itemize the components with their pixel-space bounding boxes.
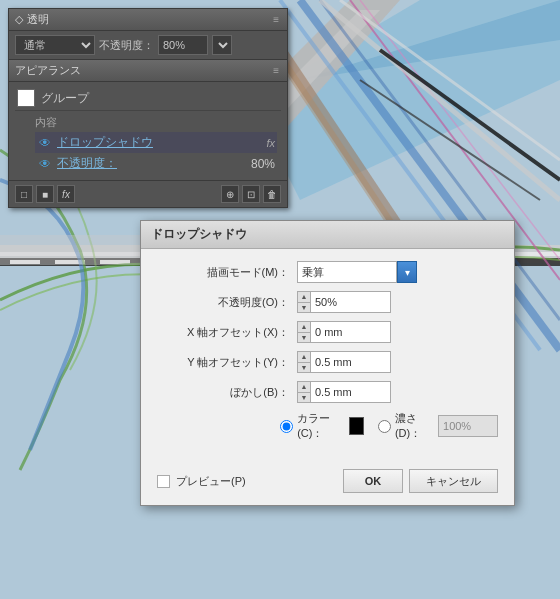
opacity-dialog-row: 不透明度(O)： ▲ ▼	[157, 291, 498, 313]
panel-controls: ≡	[271, 14, 281, 25]
fx-badge: fx	[266, 137, 275, 149]
transparency-title-text: 透明	[27, 12, 49, 27]
group-label: グループ	[41, 90, 89, 107]
appearance-menu-button[interactable]: ≡	[271, 65, 281, 76]
y-up-arrow[interactable]: ▲	[298, 352, 310, 363]
x-offset-spinner: ▲ ▼	[297, 321, 391, 343]
x-offset-row: X 軸オフセット(X)： ▲ ▼	[157, 321, 498, 343]
blur-row: ぼかし(B)： ▲ ▼	[157, 381, 498, 403]
cancel-button[interactable]: キャンセル	[409, 469, 498, 493]
dialog-title-text: ドロップシャドウ	[151, 226, 247, 243]
y-offset-spinner: ▲ ▼	[297, 351, 391, 373]
dialog-body: 描画モード(M)： ▾ 不透明度(O)： ▲ ▼ X 軸オフセット(X)：	[141, 249, 514, 461]
opacity-up-arrow[interactable]: ▲	[298, 292, 310, 303]
y-down-arrow[interactable]: ▼	[298, 363, 310, 373]
darkness-radio-label[interactable]: 濃さ(D)：	[378, 411, 430, 441]
opacity-dialog-field[interactable]	[311, 291, 391, 313]
blend-mode-select[interactable]: 通常	[15, 35, 95, 55]
transparency-panel-titlebar: ◇ 透明 ≡	[9, 9, 287, 31]
preview-label-text: プレビュー(P)	[176, 474, 246, 489]
blend-mode-row: 描画モード(M)： ▾	[157, 261, 498, 283]
ok-button[interactable]: OK	[343, 469, 403, 493]
color-controls: カラー(C)： 濃さ(D)：	[280, 411, 498, 441]
darkness-radio-text: 濃さ(D)：	[395, 411, 430, 441]
opacity-eye-icon[interactable]: 👁	[37, 157, 53, 171]
panel-footer: □ ■ fx ⊕ ⊡ 🗑	[9, 180, 287, 207]
opacity-spinner-arrows[interactable]: ▲ ▼	[297, 291, 311, 313]
blur-down-arrow[interactable]: ▼	[298, 393, 310, 403]
opacity-down-arrow[interactable]: ▼	[298, 303, 310, 313]
blend-mode-control: ▾	[297, 261, 417, 283]
blend-mode-field[interactable]	[297, 261, 397, 283]
y-offset-row: Y 軸オフセット(Y)： ▲ ▼	[157, 351, 498, 373]
drop-shadow-row: 👁 ドロップシャドウ fx	[35, 132, 277, 153]
blur-arrows[interactable]: ▲ ▼	[297, 381, 311, 403]
appearance-titlebar: アピアランス ≡	[9, 60, 287, 82]
blur-field[interactable]	[311, 381, 391, 403]
fill-button[interactable]: ■	[36, 185, 54, 203]
content-label: 内容	[35, 113, 277, 132]
blend-mode-label: 描画モード(M)：	[157, 265, 297, 280]
drop-shadow-link[interactable]: ドロップシャドウ	[57, 134, 262, 151]
color-radio-label[interactable]: カラー(C)：	[280, 411, 341, 441]
diamond-icon: ◇	[15, 13, 23, 26]
color-radio-btn[interactable]	[280, 420, 293, 433]
x-offset-arrows[interactable]: ▲ ▼	[297, 321, 311, 343]
opacity-appearance-value: 80%	[251, 157, 275, 171]
appearance-section: アピアランス ≡ グループ 内容 👁 ドロップシャドウ fx 👁	[9, 59, 287, 207]
add-effect-button[interactable]: ⊕	[221, 185, 239, 203]
blur-up-arrow[interactable]: ▲	[298, 382, 310, 393]
group-row: グループ	[15, 86, 281, 111]
opacity-spinner: ▲ ▼	[297, 291, 391, 313]
duplicate-button[interactable]: ⊡	[242, 185, 260, 203]
appearance-title-text: アピアランス	[15, 63, 81, 78]
eye-icon[interactable]: 👁	[37, 136, 53, 150]
new-layer-button[interactable]: □	[15, 185, 33, 203]
darkness-radio-btn[interactable]	[378, 420, 391, 433]
opacity-dropdown[interactable]: ▾	[212, 35, 232, 55]
appearance-content: グループ 内容 👁 ドロップシャドウ fx 👁 不透明度： 80%	[9, 82, 287, 180]
y-offset-arrows[interactable]: ▲ ▼	[297, 351, 311, 373]
drop-shadow-dialog: ドロップシャドウ 描画モード(M)： ▾ 不透明度(O)： ▲ ▼ X 軸オフセ…	[140, 220, 515, 506]
blur-spinner: ▲ ▼	[297, 381, 391, 403]
transparency-controls-row: 通常 不透明度： ▾	[9, 31, 287, 59]
opacity-label: 不透明度：	[99, 38, 154, 53]
transparency-panel-title: ◇ 透明	[15, 12, 49, 27]
transparency-panel: ◇ 透明 ≡ 通常 不透明度： ▾ アピアランス ≡ グループ	[8, 8, 288, 208]
dialog-titlebar: ドロップシャドウ	[141, 221, 514, 249]
dialog-footer: プレビュー(P) OK キャンセル	[141, 461, 514, 505]
preview-checkbox[interactable]	[157, 475, 170, 488]
y-offset-field[interactable]	[311, 351, 391, 373]
opacity-appearance-label[interactable]: 不透明度：	[57, 155, 247, 172]
fx-button[interactable]: fx	[57, 185, 75, 203]
opacity-input[interactable]	[158, 35, 208, 55]
delete-button[interactable]: 🗑	[263, 185, 281, 203]
panel-menu-button[interactable]: ≡	[271, 14, 281, 25]
group-color-swatch	[17, 89, 35, 107]
opacity-dialog-label: 不透明度(O)：	[157, 295, 297, 310]
x-offset-label: X 軸オフセット(X)：	[157, 325, 297, 340]
inner-content: 内容 👁 ドロップシャドウ fx 👁 不透明度： 80%	[15, 111, 281, 176]
x-offset-field[interactable]	[311, 321, 391, 343]
color-row: カラー(C)： 濃さ(D)：	[157, 411, 498, 441]
color-radio-text: カラー(C)：	[297, 411, 341, 441]
color-swatch[interactable]	[349, 417, 364, 435]
darkness-field	[438, 415, 498, 437]
blur-label: ぼかし(B)：	[157, 385, 297, 400]
blend-mode-dropdown-btn[interactable]: ▾	[397, 261, 417, 283]
preview-checkbox-label[interactable]: プレビュー(P)	[157, 474, 337, 489]
y-offset-label: Y 軸オフセット(Y)：	[157, 355, 297, 370]
opacity-appearance-row: 👁 不透明度： 80%	[35, 153, 277, 174]
x-down-arrow[interactable]: ▼	[298, 333, 310, 343]
x-up-arrow[interactable]: ▲	[298, 322, 310, 333]
